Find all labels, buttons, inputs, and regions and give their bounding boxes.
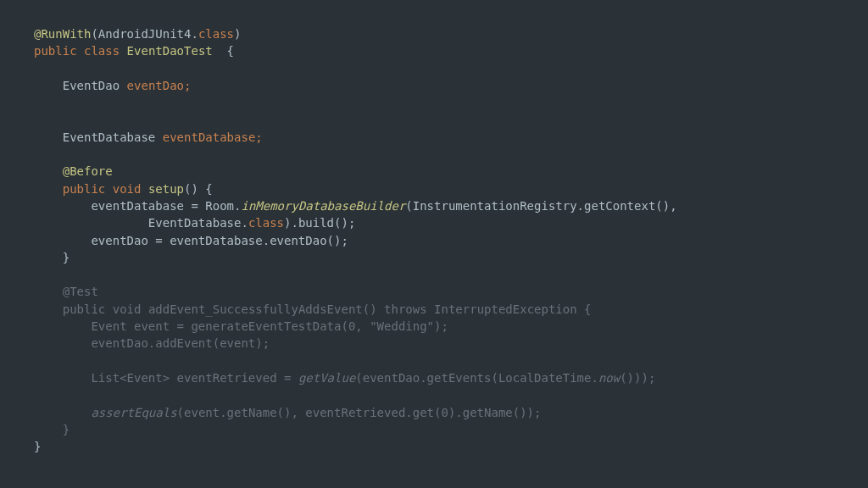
field-eventdatabase: eventDatabase; xyxy=(163,130,263,144)
code-block: @RunWith(AndroidJUnit4.class) public cla… xyxy=(0,0,868,480)
annotation-runwith: @RunWith xyxy=(34,27,91,41)
method-addevent: addEvent_SuccessfullyAddsEvent xyxy=(148,302,363,316)
annotation-test: @Test xyxy=(63,285,98,298)
annotation-before: @Before xyxy=(63,164,113,178)
class-name: EventDaoTest xyxy=(127,44,213,58)
field-eventdao: eventDao; xyxy=(127,79,192,92)
method-setup: setup xyxy=(148,182,184,196)
